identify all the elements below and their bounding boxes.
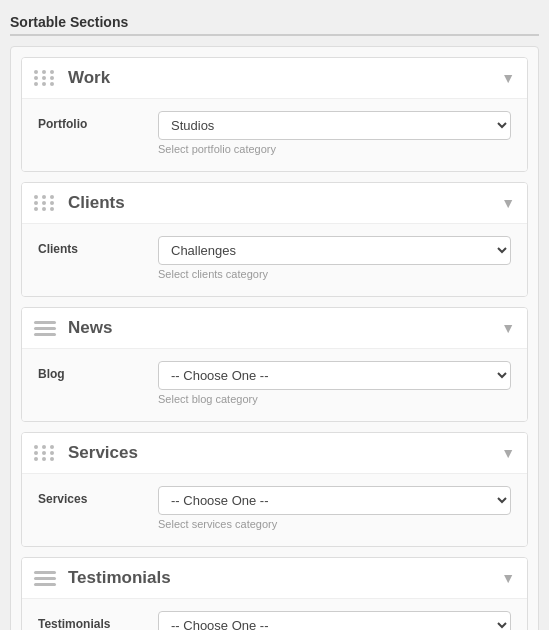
- field-control-news-0: -- Choose One --Category 1Category 2Sele…: [158, 361, 511, 405]
- field-label-work-0: Portfolio: [38, 111, 158, 131]
- section-body-clients: ClientsChallenges-- Choose One --Categor…: [22, 224, 527, 296]
- section-block-services: Services▼Services-- Choose One --Categor…: [21, 432, 528, 547]
- field-row-news-0: Blog-- Choose One --Category 1Category 2…: [38, 361, 511, 405]
- chevron-down-icon-news: ▼: [501, 320, 515, 336]
- section-header-clients[interactable]: Clients▼: [22, 183, 527, 224]
- section-block-news: News▼Blog-- Choose One --Category 1Categ…: [21, 307, 528, 422]
- section-body-testimonials: Testimonials-- Choose One --Category 1Ca…: [22, 599, 527, 630]
- section-title-work: Work: [68, 68, 501, 88]
- field-hint-clients-0: Select clients category: [158, 268, 511, 280]
- section-block-clients: Clients▼ClientsChallenges-- Choose One -…: [21, 182, 528, 297]
- section-header-testimonials[interactable]: Testimonials▼: [22, 558, 527, 599]
- chevron-down-icon-work: ▼: [501, 70, 515, 86]
- sortable-sections-container: Work▼PortfolioStudios-- Choose One --Cat…: [10, 46, 539, 630]
- field-label-news-0: Blog: [38, 361, 158, 381]
- drag-icon-services: [34, 445, 56, 461]
- field-row-clients-0: ClientsChallenges-- Choose One --Categor…: [38, 236, 511, 280]
- section-body-work: PortfolioStudios-- Choose One --Category…: [22, 99, 527, 171]
- section-body-services: Services-- Choose One --Category 1Catego…: [22, 474, 527, 546]
- field-row-work-0: PortfolioStudios-- Choose One --Category…: [38, 111, 511, 155]
- field-label-services-0: Services: [38, 486, 158, 506]
- select-clients-0[interactable]: Challenges-- Choose One --Category 1Cate…: [158, 236, 511, 265]
- field-row-services-0: Services-- Choose One --Category 1Catego…: [38, 486, 511, 530]
- field-label-testimonials-0: Testimonials: [38, 611, 158, 630]
- section-block-testimonials: Testimonials▼Testimonials-- Choose One -…: [21, 557, 528, 630]
- select-testimonials-0[interactable]: -- Choose One --Category 1Category 2: [158, 611, 511, 630]
- section-header-work[interactable]: Work▼: [22, 58, 527, 99]
- drag-icon-news: [34, 321, 56, 336]
- field-row-testimonials-0: Testimonials-- Choose One --Category 1Ca…: [38, 611, 511, 630]
- field-label-clients-0: Clients: [38, 236, 158, 256]
- drag-icon-clients: [34, 195, 56, 211]
- field-control-services-0: -- Choose One --Category 1Category 2Sele…: [158, 486, 511, 530]
- chevron-down-icon-clients: ▼: [501, 195, 515, 211]
- field-control-work-0: Studios-- Choose One --Category 1Categor…: [158, 111, 511, 155]
- drag-icon-work: [34, 70, 56, 86]
- field-hint-work-0: Select portfolio category: [158, 143, 511, 155]
- page-title: Sortable Sections: [10, 10, 539, 36]
- select-news-0[interactable]: -- Choose One --Category 1Category 2: [158, 361, 511, 390]
- field-hint-news-0: Select blog category: [158, 393, 511, 405]
- section-header-services[interactable]: Services▼: [22, 433, 527, 474]
- drag-icon-testimonials: [34, 571, 56, 586]
- section-body-news: Blog-- Choose One --Category 1Category 2…: [22, 349, 527, 421]
- section-title-clients: Clients: [68, 193, 501, 213]
- field-control-testimonials-0: -- Choose One --Category 1Category 2Sele…: [158, 611, 511, 630]
- field-control-clients-0: Challenges-- Choose One --Category 1Cate…: [158, 236, 511, 280]
- chevron-down-icon-services: ▼: [501, 445, 515, 461]
- chevron-down-icon-testimonials: ▼: [501, 570, 515, 586]
- section-title-testimonials: Testimonials: [68, 568, 501, 588]
- select-services-0[interactable]: -- Choose One --Category 1Category 2: [158, 486, 511, 515]
- section-title-news: News: [68, 318, 501, 338]
- select-work-0[interactable]: Studios-- Choose One --Category 1Categor…: [158, 111, 511, 140]
- section-title-services: Services: [68, 443, 501, 463]
- section-block-work: Work▼PortfolioStudios-- Choose One --Cat…: [21, 57, 528, 172]
- field-hint-services-0: Select services category: [158, 518, 511, 530]
- section-header-news[interactable]: News▼: [22, 308, 527, 349]
